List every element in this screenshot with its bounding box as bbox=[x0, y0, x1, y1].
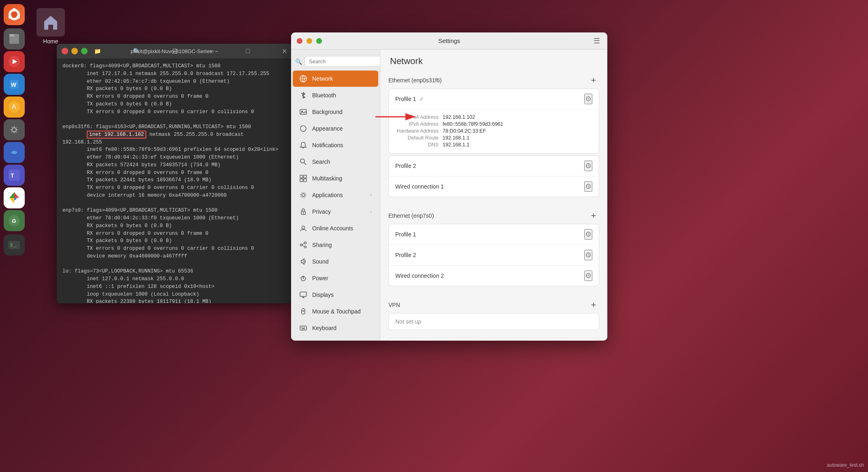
ethernet2-add-btn[interactable]: + bbox=[588, 210, 599, 221]
svg-text:A: A bbox=[12, 103, 16, 110]
sidebar-sharing-label: Sharing bbox=[312, 242, 332, 248]
applications-icon bbox=[299, 191, 307, 199]
background-icon bbox=[299, 108, 307, 116]
sidebar-item-power[interactable]: Power bbox=[293, 270, 378, 286]
profile2-gear-btn[interactable]: ⚙ bbox=[584, 161, 592, 171]
sidebar-item-sharing[interactable]: Sharing bbox=[293, 237, 378, 253]
thunderbird-icon[interactable] bbox=[4, 142, 25, 163]
svg-line-28 bbox=[304, 163, 306, 165]
default-route-label: Default Route bbox=[397, 135, 439, 141]
software-center-icon[interactable]: A bbox=[4, 97, 25, 118]
ethernet1-profile2-row[interactable]: Profile 2 ⚙ bbox=[389, 156, 599, 176]
appearance-icon bbox=[299, 124, 307, 133]
wired1-gear-btn[interactable]: ⚙ bbox=[584, 181, 592, 192]
ipv6-value: fe80::558b:78f9:59d3:6961 bbox=[443, 121, 592, 127]
svg-point-36 bbox=[303, 212, 304, 214]
sidebar-applications-label: Applications bbox=[312, 192, 343, 198]
sidebar-item-displays[interactable]: Displays bbox=[293, 287, 378, 303]
ubuntu-icon[interactable] bbox=[4, 4, 25, 25]
svg-rect-45 bbox=[300, 292, 306, 296]
vpn-add-btn[interactable]: + bbox=[588, 299, 599, 311]
eth2-profile2-gear-btn[interactable]: ⚙ bbox=[584, 250, 592, 260]
sidebar-item-keyboard[interactable]: Keyboard bbox=[293, 320, 378, 336]
profile1-gear-btn[interactable]: ⚙ bbox=[584, 94, 592, 104]
svg-point-33 bbox=[302, 194, 305, 197]
terminal-close-btn[interactable] bbox=[62, 48, 68, 54]
home-desktop-icon[interactable]: Home bbox=[36, 8, 65, 45]
ethernet1-profile1-row[interactable]: Profile 1 ✓ ⚙ bbox=[389, 89, 599, 109]
rhythmbox-icon[interactable] bbox=[4, 51, 25, 72]
sidebar-item-network[interactable]: Network bbox=[293, 71, 378, 87]
sidebar-item-background[interactable]: Background bbox=[293, 104, 378, 120]
ethernet2-wired2-row[interactable]: Wired connection 2 ⚙ bbox=[389, 266, 599, 286]
ethernet2-title: Ethernet (enp7s0) bbox=[388, 212, 434, 219]
terminal-icon2[interactable]: $ _ bbox=[4, 234, 25, 255]
hardware-label: Hardware Address bbox=[397, 128, 439, 134]
svg-text:♻: ♻ bbox=[11, 218, 17, 224]
terminal-x-btn[interactable]: ✕ bbox=[282, 47, 287, 55]
sidebar-bluetooth-label: Bluetooth bbox=[312, 92, 336, 99]
files-icon[interactable] bbox=[4, 28, 25, 49]
ethernet2-profile1-row[interactable]: Profile 1 ⚙ bbox=[389, 224, 599, 245]
vpn-section: VPN + Not set up bbox=[380, 294, 607, 338]
svg-rect-54 bbox=[304, 327, 305, 328]
recycle-icon[interactable]: ♻ bbox=[4, 210, 25, 231]
settings-close-btn[interactable] bbox=[297, 38, 302, 44]
eth2-profile2-name: Profile 2 bbox=[395, 252, 416, 258]
terminal-max-btn[interactable]: □ bbox=[246, 47, 250, 55]
sidebar-item-sound[interactable]: Sound bbox=[293, 253, 378, 270]
ethernet2-profile2-row[interactable]: Profile 2 ⚙ bbox=[389, 245, 599, 266]
svg-rect-6 bbox=[9, 34, 14, 36]
sidebar-item-applications[interactable]: Applications › bbox=[293, 187, 378, 203]
svg-rect-53 bbox=[302, 327, 303, 328]
sidebar-item-privacy[interactable]: Privacy › bbox=[293, 204, 378, 220]
sidebar-item-printers[interactable]: Printers bbox=[293, 337, 378, 341]
vpn-header: VPN + bbox=[388, 294, 599, 313]
ethernet1-section: Ethernet (enp0s31f6) + Profile 1 ✓ ⚙ IPv… bbox=[380, 70, 607, 205]
settings-title: Settings bbox=[438, 37, 460, 44]
terminal-folder-icon: 📁 bbox=[94, 48, 101, 54]
teams-icon[interactable]: T bbox=[4, 165, 25, 186]
settings-icon[interactable] bbox=[4, 119, 25, 140]
eth2-profile1-gear-btn[interactable]: ⚙ bbox=[584, 229, 592, 240]
sidebar-network-label: Network bbox=[312, 75, 333, 82]
proxy-section: Network Proxy Off ⚙ bbox=[380, 338, 607, 341]
sidebar-item-multitasking[interactable]: Multitasking bbox=[293, 170, 378, 187]
sidebar-item-appearance[interactable]: Appearance bbox=[293, 120, 378, 137]
svg-point-3 bbox=[17, 15, 20, 19]
sidebar-item-search[interactable]: Search bbox=[293, 154, 378, 170]
default-route-value: 192.168.1.1 bbox=[443, 135, 592, 141]
svg-point-38 bbox=[304, 242, 306, 244]
terminal-content: docker0: flags=4099<UP,BROADCAST,MULTICA… bbox=[57, 58, 292, 303]
sidebar-item-bluetooth[interactable]: Bluetooth bbox=[293, 87, 378, 103]
ethernet1-title: Ethernet (enp0s31f6) bbox=[388, 77, 442, 84]
svg-rect-51 bbox=[300, 326, 306, 330]
sidebar-mouse-label: Mouse & Touchpad bbox=[312, 308, 361, 315]
sidebar-item-notifications[interactable]: Notifications bbox=[293, 137, 378, 153]
terminal-maximize-btn[interactable] bbox=[81, 48, 88, 54]
hardware-value: 78:D0:04:2C:33:EF bbox=[443, 128, 592, 134]
libreoffice-icon[interactable]: W bbox=[4, 74, 25, 95]
taskbar: W A T ♻ $ _ bbox=[0, 0, 28, 472]
settings-search-input[interactable] bbox=[304, 56, 380, 67]
chrome-icon[interactable] bbox=[4, 187, 25, 208]
vpn-title: VPN bbox=[388, 302, 400, 308]
settings-minimize-btn[interactable] bbox=[306, 38, 312, 44]
sidebar-item-online-accounts[interactable]: Online Accounts bbox=[293, 220, 378, 236]
sidebar-online-accounts-label: Online Accounts bbox=[312, 225, 353, 232]
ethernet1-add-btn[interactable]: + bbox=[588, 75, 599, 86]
svg-rect-31 bbox=[300, 179, 303, 182]
proxy-card[interactable]: Network Proxy Off ⚙ bbox=[388, 338, 599, 341]
svg-point-13 bbox=[12, 128, 16, 132]
sidebar-background-label: Background bbox=[312, 109, 343, 115]
profile2-name: Profile 2 bbox=[395, 163, 416, 169]
terminal-minimize-btn[interactable] bbox=[71, 48, 78, 54]
ethernet1-profile1-card: Profile 1 ✓ ⚙ IPv4 Address 192.168.1.102… bbox=[388, 88, 599, 154]
svg-point-4 bbox=[9, 15, 12, 19]
settings-maximize-btn[interactable] bbox=[316, 38, 322, 44]
wired2-gear-btn[interactable]: ⚙ bbox=[584, 270, 592, 281]
ethernet1-wired1-row[interactable]: Wired connection 1 ⚙ bbox=[389, 176, 599, 197]
sidebar-item-mouse-touchpad[interactable]: Mouse & Touchpad bbox=[293, 303, 378, 320]
settings-titlebar-menu[interactable]: ☰ bbox=[591, 36, 602, 46]
svg-rect-29 bbox=[300, 175, 303, 178]
